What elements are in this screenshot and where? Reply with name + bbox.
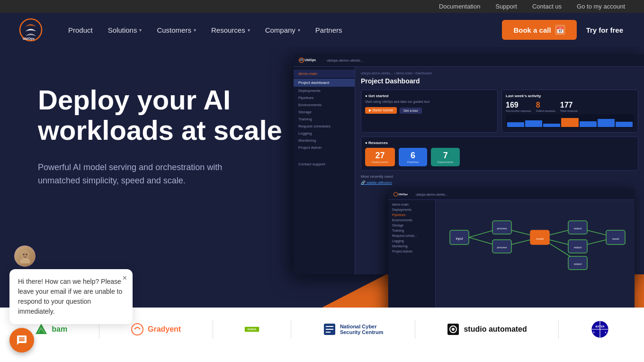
chevron-down-icon: ▾ xyxy=(298,27,300,33)
partner-nvidia: NVIDIA xyxy=(244,325,259,334)
book-call-button[interactable]: Book a call 📅 xyxy=(502,20,576,40)
chevron-down-icon: ▾ xyxy=(194,27,196,33)
partner-divider-5 xyxy=(558,320,559,339)
svg-text:B: B xyxy=(593,331,594,334)
svg-text:output: output xyxy=(574,262,582,265)
svg-text:BAYER: BAYER xyxy=(595,325,604,328)
pipeline-screenshot: UbiOps ubiops-demo-ubinto... demo-main D… xyxy=(388,189,635,308)
chatbot-container: × Hi there! How can we help? Please leav… xyxy=(9,255,133,324)
nav-actions: Book a call 📅 Try for free xyxy=(502,20,625,40)
chatbot-close-button[interactable]: × xyxy=(123,274,127,282)
svg-point-36 xyxy=(132,324,143,335)
partner-divider-3 xyxy=(291,320,291,339)
svg-text:process: process xyxy=(497,246,507,249)
svg-text:model: model xyxy=(536,237,544,240)
db-breadcrumb: ubiops-demo-ubinto... › demo-main › Dash… xyxy=(361,72,638,75)
logo[interactable]: UbiOps xyxy=(19,18,43,42)
partner-divider-4 xyxy=(415,320,415,339)
support-link[interactable]: Support xyxy=(495,3,517,10)
svg-text:output: output xyxy=(574,246,582,249)
svg-text:UbiOps: UbiOps xyxy=(304,59,316,63)
hero-title: Deploy your AI workloads at scale xyxy=(38,85,282,145)
hero-left: Deploy your AI workloads at scale Powerf… xyxy=(38,75,282,188)
svg-text:input: input xyxy=(456,237,463,241)
nav-links: Product Solutions ▾ Customers ▾ Resource… xyxy=(62,22,502,38)
chevron-down-icon: ▾ xyxy=(139,27,142,33)
svg-point-52 xyxy=(23,253,24,255)
nav-item-product[interactable]: Product xyxy=(62,22,99,38)
calendar-icon: 📅 xyxy=(555,25,565,35)
nav-item-partners[interactable]: Partners xyxy=(309,22,349,38)
db-page-title: Project Dashboard xyxy=(361,77,638,85)
partner-gradyent: Gradyent xyxy=(131,323,181,336)
partner-divider-2 xyxy=(213,320,213,339)
nav-item-resources[interactable]: Resources ▾ xyxy=(205,22,257,38)
chatbot-bubble: × Hi there! How can we help? Please leav… xyxy=(9,269,133,324)
nav-item-company[interactable]: Company ▾ xyxy=(259,22,307,38)
goto-account-link[interactable]: Go to my account xyxy=(577,3,625,10)
svg-text:NVIDIA: NVIDIA xyxy=(248,328,257,331)
svg-text:output: output xyxy=(574,227,582,230)
svg-point-6 xyxy=(394,192,398,196)
svg-text:UbiOps: UbiOps xyxy=(23,37,35,41)
partner-studio-automated: studio automated xyxy=(447,323,527,336)
try-free-button[interactable]: Try for free xyxy=(584,22,625,38)
documentation-link[interactable]: Documentation xyxy=(439,3,480,10)
db-sidebar: demo-main Project dashboard Deployments … xyxy=(294,67,355,274)
svg-point-53 xyxy=(26,253,27,255)
svg-text:result: result xyxy=(612,237,619,240)
svg-text:process: process xyxy=(497,227,507,230)
nav-item-solutions[interactable]: Solutions ▾ xyxy=(101,22,149,38)
partner-ncsc: National CyberSecurity Centrum xyxy=(323,323,384,336)
svg-text:A: A xyxy=(605,331,606,334)
chat-icon xyxy=(16,335,27,346)
contact-us-link[interactable]: Contact us xyxy=(532,3,562,10)
nav-item-customers[interactable]: Customers ▾ xyxy=(150,22,203,38)
chatbot-message: Hi there! How can we help? Please leave … xyxy=(18,277,124,317)
svg-point-50 xyxy=(20,258,30,263)
partner-bam: bam xyxy=(35,323,67,336)
db-project-label: ubiops-demo-ubinto... xyxy=(327,58,363,63)
main-nav: UbiOps Product Solutions ▾ Customers ▾ R… xyxy=(0,13,644,47)
partner-bayer: BAYER B A xyxy=(590,320,609,339)
top-bar: Documentation Support Contact us Go to m… xyxy=(0,0,644,13)
svg-point-42 xyxy=(452,328,455,331)
chatbot-trigger-button[interactable] xyxy=(9,328,34,350)
chevron-down-icon: ▾ xyxy=(248,27,250,33)
chatbot-avatar xyxy=(14,245,36,267)
hero-subtitle: Powerful AI model serving and orchestrat… xyxy=(38,161,265,188)
svg-text:UbiOps: UbiOps xyxy=(398,193,408,196)
